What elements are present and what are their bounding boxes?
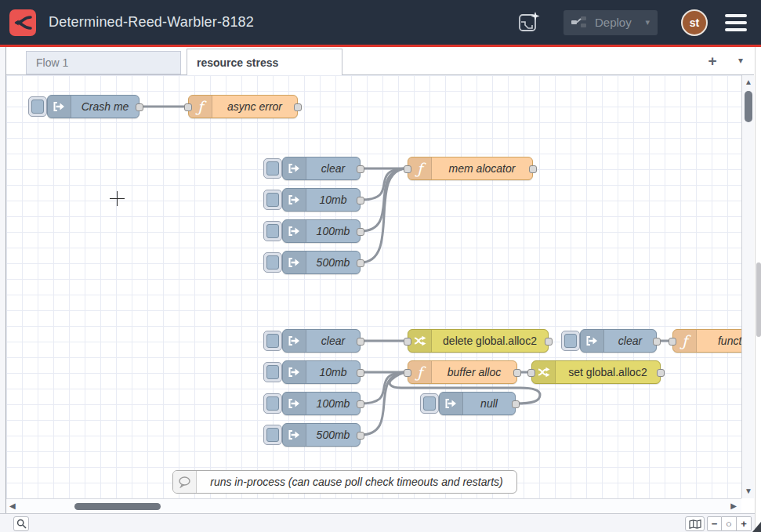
inject-trigger-button[interactable] xyxy=(263,393,282,414)
input-port[interactable] xyxy=(527,369,535,377)
output-port[interactable] xyxy=(653,338,661,346)
node-label: 500mb xyxy=(306,424,360,446)
input-port[interactable] xyxy=(669,338,676,346)
node-mem-alocator[interactable]: ƒmem alocator xyxy=(408,157,533,180)
output-port[interactable] xyxy=(513,369,521,377)
map-icon xyxy=(689,519,701,529)
inject-trigger-button[interactable] xyxy=(263,190,282,210)
inject-trigger-button[interactable] xyxy=(263,252,282,273)
deploy-options-chevron-icon[interactable]: ▾ xyxy=(639,17,650,27)
output-port[interactable] xyxy=(512,400,520,408)
input-port[interactable] xyxy=(404,369,411,377)
flow-canvas[interactable]: Crash meƒasync errorclear10mb100mb500mbƒ… xyxy=(6,75,741,498)
output-port[interactable] xyxy=(357,197,364,204)
scroll-down-arrow-icon[interactable]: ▼ xyxy=(742,487,755,495)
add-flow-button[interactable]: + xyxy=(704,52,721,70)
node-10mb-2[interactable]: 10mb xyxy=(282,360,361,384)
window-scrollbar-thumb[interactable] xyxy=(756,262,761,337)
node-crash-me[interactable]: Crash me xyxy=(47,95,140,118)
output-port[interactable] xyxy=(357,259,364,267)
node-buffer-alloc[interactable]: ƒbuffer alloc xyxy=(408,360,517,384)
output-port[interactable] xyxy=(357,432,364,440)
node-function-right[interactable]: ƒfunction xyxy=(672,329,741,353)
output-port[interactable] xyxy=(657,369,665,377)
scroll-up-arrow-icon[interactable]: ▲ xyxy=(742,78,755,86)
output-port[interactable] xyxy=(357,400,364,408)
node-clear-2[interactable]: clear xyxy=(282,329,361,353)
inject-trigger-inner xyxy=(266,396,279,411)
inject-trigger-button[interactable] xyxy=(263,331,282,351)
tab-flow-1[interactable]: Flow 1 xyxy=(26,51,181,74)
scroll-right-arrow-icon[interactable]: ▶ xyxy=(730,501,737,510)
inject-trigger-inner xyxy=(266,224,279,238)
tab-list-chevron-icon[interactable]: ▾ xyxy=(738,55,743,66)
navigator-button[interactable] xyxy=(685,516,705,531)
window-scrollbar[interactable] xyxy=(755,47,761,532)
palette-collapsed-strip xyxy=(0,47,6,513)
node-500mb-1[interactable]: 500mb xyxy=(282,251,361,274)
node-label: delete global.alloc2 xyxy=(432,330,548,352)
search-flows-button[interactable] xyxy=(13,516,29,531)
flowfuse-logo[interactable] xyxy=(9,9,36,36)
node-label: 100mb xyxy=(306,220,360,242)
node-clear-3[interactable]: clear xyxy=(580,329,657,353)
header-bar: Determined-Reed-Warbler-8182 Deploy ▾ xyxy=(0,0,761,45)
output-port[interactable] xyxy=(136,103,143,111)
inject-arrow-icon xyxy=(283,220,306,242)
node-10mb-1[interactable]: 10mb xyxy=(282,188,361,212)
flow-tab-bar: Flow 1 resource stress + ▾ xyxy=(6,47,754,75)
output-port[interactable] xyxy=(529,165,537,173)
output-port[interactable] xyxy=(294,103,302,111)
inject-trigger-button[interactable] xyxy=(263,425,282,445)
ai-flow-assistant-button[interactable] xyxy=(515,9,543,37)
node-clear-1[interactable]: clear xyxy=(282,157,361,180)
inject-trigger-button[interactable] xyxy=(263,158,282,179)
output-port[interactable] xyxy=(357,369,364,377)
horizontal-scrollbar-thumb[interactable] xyxy=(74,503,161,510)
input-port[interactable] xyxy=(404,165,411,173)
node-100mb-2[interactable]: 100mb xyxy=(282,392,361,415)
function-f-icon: ƒ xyxy=(408,361,432,383)
node-set-global-alloc2[interactable]: set global.alloc2 xyxy=(531,360,661,384)
horizontal-scrollbar[interactable]: ◀ ▶ xyxy=(6,498,741,513)
inject-trigger-inner xyxy=(423,396,436,411)
vertical-scrollbar-thumb[interactable] xyxy=(745,91,752,122)
deploy-nodes-icon xyxy=(571,16,587,28)
input-port[interactable] xyxy=(184,103,192,111)
function-f-icon: ƒ xyxy=(189,96,212,118)
node-label: async error xyxy=(212,96,297,118)
inject-trigger-button[interactable] xyxy=(28,96,47,117)
inject-trigger-button[interactable] xyxy=(263,221,282,241)
zoom-out-button[interactable]: − xyxy=(707,516,722,531)
inject-trigger-button[interactable] xyxy=(420,393,439,414)
inject-trigger-button[interactable] xyxy=(263,362,282,382)
inject-trigger-button[interactable] xyxy=(561,331,580,351)
tab-resource-stress[interactable]: resource stress xyxy=(187,49,342,75)
input-port[interactable] xyxy=(404,338,411,346)
node-500mb-2[interactable]: 500mb xyxy=(282,423,361,447)
output-port[interactable] xyxy=(545,338,553,346)
output-port[interactable] xyxy=(357,338,364,346)
inject-arrow-icon xyxy=(283,330,306,352)
inject-trigger-inner xyxy=(266,334,279,348)
node-delete-global-alloc2[interactable]: delete global.alloc2 xyxy=(408,329,549,353)
output-port[interactable] xyxy=(357,165,364,173)
zoom-in-button[interactable]: + xyxy=(737,516,752,531)
node-async-error[interactable]: ƒasync error xyxy=(188,95,298,118)
window-resize-grip[interactable] xyxy=(752,522,761,532)
inject-arrow-icon xyxy=(283,252,306,273)
scroll-left-arrow-icon[interactable]: ◀ xyxy=(9,501,16,510)
user-avatar[interactable]: st xyxy=(681,9,708,36)
node-label: clear xyxy=(306,330,360,352)
node-comment-note[interactable]: runs in-process (can cause poll check ti… xyxy=(172,470,517,494)
main-menu-button[interactable] xyxy=(725,11,748,34)
node-null-inject[interactable]: null xyxy=(439,392,516,415)
vertical-scrollbar[interactable]: ▲ ▼ xyxy=(741,75,754,498)
zoom-reset-button[interactable]: ○ xyxy=(722,516,737,531)
node-label: clear xyxy=(306,157,360,179)
tab-label: resource stress xyxy=(197,56,278,69)
node-label: mem alocator xyxy=(432,157,532,179)
node-100mb-1[interactable]: 100mb xyxy=(282,219,361,243)
deploy-button[interactable]: Deploy ▾ xyxy=(564,10,658,35)
output-port[interactable] xyxy=(357,228,364,236)
